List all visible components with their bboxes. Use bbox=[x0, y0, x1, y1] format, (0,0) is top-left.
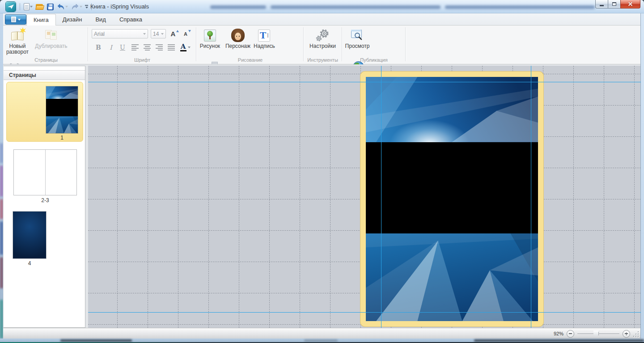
font-size-value: 14 bbox=[153, 31, 159, 37]
bar-icon bbox=[85, 5, 88, 6]
close-button[interactable] bbox=[620, 0, 640, 8]
picture-label: Рисунок bbox=[200, 43, 220, 49]
save-button[interactable] bbox=[47, 2, 54, 11]
slider-center-tick bbox=[598, 332, 599, 335]
window-controls bbox=[595, 0, 640, 8]
tools-group-label: Инструменты bbox=[304, 57, 342, 63]
align-center-button[interactable] bbox=[141, 42, 153, 52]
zoom-slider[interactable] bbox=[577, 330, 619, 337]
glass-blur-decoration bbox=[0, 165, 3, 197]
art-top bbox=[366, 77, 538, 142]
new-spread-book-icon bbox=[10, 29, 25, 42]
undo-icon bbox=[57, 4, 65, 10]
tab-view[interactable]: Вид bbox=[89, 14, 113, 25]
align-right-icon bbox=[156, 44, 163, 51]
italic-icon: I bbox=[110, 44, 112, 51]
page-thumbnail-2-3[interactable] bbox=[13, 149, 77, 195]
app-logo-icon[interactable] bbox=[6, 2, 16, 12]
page-thumbnail-4[interactable] bbox=[13, 212, 46, 258]
align-justify-button[interactable] bbox=[165, 42, 177, 52]
new-spread-button[interactable]: Новый разворот bbox=[4, 25, 31, 58]
maximize-button[interactable] bbox=[608, 0, 620, 8]
glass-blur-decoration bbox=[0, 143, 3, 163]
color-swatch bbox=[180, 50, 186, 51]
grow-font-button[interactable]: A bbox=[169, 29, 180, 39]
chevron-down-icon bbox=[30, 6, 33, 8]
maximize-icon bbox=[612, 2, 616, 6]
ribbon-group-pages: Новый разворот Дублировать Удалить Стран… bbox=[4, 25, 88, 64]
chevron-down-icon bbox=[65, 6, 68, 8]
art-black-band bbox=[366, 142, 538, 233]
align-left-button[interactable] bbox=[129, 42, 141, 52]
new-spread-label: Новый разворот bbox=[4, 43, 31, 55]
pages-group-label: Страницы bbox=[4, 57, 88, 63]
customize-toolbar-button[interactable] bbox=[85, 5, 88, 8]
group-separator bbox=[342, 27, 342, 61]
grow-font-letter: A bbox=[171, 31, 176, 37]
chevron-down-icon bbox=[85, 7, 88, 8]
preview-magnifier-icon bbox=[351, 30, 364, 41]
tab-book[interactable]: Книга bbox=[26, 14, 56, 26]
character-button[interactable]: Персонаж bbox=[225, 25, 251, 58]
underline-button[interactable]: U bbox=[118, 42, 127, 52]
quick-access-toolbar bbox=[19, 2, 93, 12]
picture-button[interactable]: Рисунок bbox=[197, 25, 223, 58]
zoom-in-button[interactable] bbox=[623, 330, 630, 338]
horizontal-guide[interactable] bbox=[88, 82, 641, 82]
page-art bbox=[46, 86, 78, 133]
chevron-down-icon bbox=[143, 33, 146, 35]
ribbon-group-tools: Настройки Инструменты bbox=[304, 25, 342, 64]
font-family-combo[interactable]: Arial bbox=[92, 29, 148, 38]
shrink-font-button[interactable]: A bbox=[181, 29, 193, 39]
redo-button[interactable] bbox=[71, 2, 83, 11]
horizontal-guide[interactable] bbox=[88, 312, 641, 313]
chevron-down-icon bbox=[161, 33, 164, 35]
art-shape bbox=[46, 86, 78, 99]
page-thumbnail-1[interactable]: 1 bbox=[6, 82, 83, 142]
glass-blur-decoration bbox=[271, 5, 441, 9]
slider-thumb[interactable] bbox=[593, 330, 598, 337]
minus-icon bbox=[569, 333, 572, 334]
paper-plane-icon bbox=[8, 4, 14, 9]
vertical-guide[interactable] bbox=[381, 66, 381, 328]
textbox-button[interactable]: TI Надпись bbox=[253, 25, 275, 58]
plus-icon-bar bbox=[626, 332, 627, 335]
textbox-label: Надпись bbox=[254, 43, 275, 49]
bold-button[interactable]: B bbox=[93, 42, 103, 52]
duplicate-label: Дублировать bbox=[35, 43, 67, 49]
align-left-icon bbox=[131, 44, 139, 51]
arrow-up-icon bbox=[176, 30, 179, 32]
open-button[interactable] bbox=[35, 2, 44, 11]
tab-help[interactable]: Справка bbox=[113, 14, 149, 25]
page-spread[interactable] bbox=[360, 72, 543, 326]
italic-button[interactable]: I bbox=[106, 42, 116, 52]
minimize-button[interactable] bbox=[595, 0, 608, 8]
vertical-guide[interactable] bbox=[531, 66, 531, 328]
settings-button[interactable]: Настройки bbox=[305, 25, 341, 58]
align-right-button[interactable] bbox=[153, 42, 165, 52]
open-folder-icon bbox=[36, 4, 44, 10]
application-menu-button[interactable] bbox=[5, 14, 26, 25]
font-color-button[interactable]: A bbox=[178, 42, 192, 53]
resize-grip[interactable] bbox=[633, 331, 639, 337]
glass-blur-decoration bbox=[474, 339, 644, 342]
new-document-button[interactable] bbox=[23, 2, 33, 11]
glass-blur-decoration bbox=[0, 199, 3, 219]
tab-design[interactable]: Дизайн bbox=[56, 14, 89, 25]
ribbon-group-drawing: Рисунок Персонаж TI Надпись Упорядочить … bbox=[197, 25, 303, 64]
undo-button[interactable] bbox=[56, 2, 68, 11]
zoom-level: 92% bbox=[554, 331, 564, 336]
preview-label: Просмотр bbox=[345, 43, 370, 49]
redo-icon bbox=[71, 4, 79, 10]
font-size-combo[interactable]: 14 bbox=[151, 29, 166, 38]
duplicate-button[interactable]: Дублировать bbox=[33, 25, 69, 58]
minimize-icon bbox=[600, 5, 604, 6]
preview-button[interactable]: Просмотр bbox=[343, 25, 372, 58]
glass-blur-decoration bbox=[0, 300, 3, 339]
editing-canvas[interactable] bbox=[88, 66, 641, 328]
zoom-out-button[interactable] bbox=[567, 330, 574, 338]
page-4-label: 4 bbox=[13, 260, 46, 267]
drawing-group-label: Рисование bbox=[197, 57, 303, 63]
settings-label: Настройки bbox=[309, 43, 336, 49]
window-border-right bbox=[640, 13, 644, 339]
